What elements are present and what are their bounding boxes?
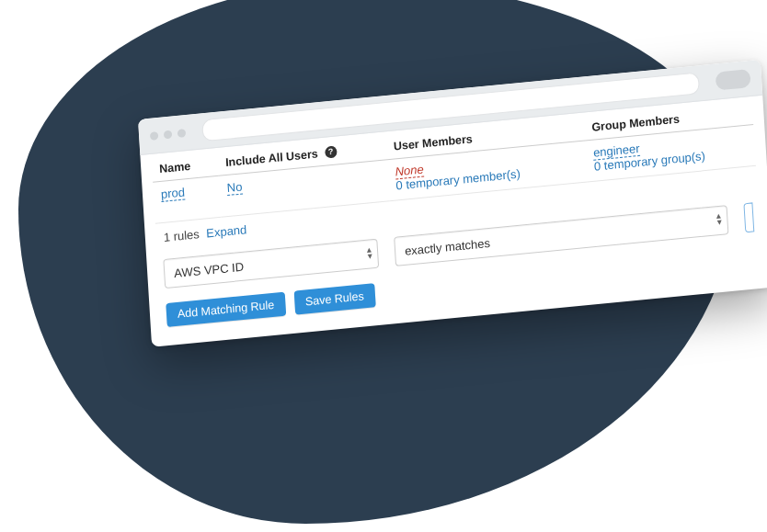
include-all-users-toggle[interactable]: No (226, 179, 243, 196)
rule-operator-value: exactly matches (405, 235, 491, 257)
save-rules-button[interactable]: Save Rules (293, 283, 375, 314)
rule-field-value: AWS VPC ID (174, 259, 245, 279)
add-matching-rule-button[interactable]: Add Matching Rule (166, 292, 286, 327)
rules-count-text: 1 rules (163, 227, 200, 244)
fullscreen-icon[interactable] (177, 129, 187, 138)
minimize-icon[interactable] (164, 130, 173, 139)
expand-rules-link[interactable]: Expand (206, 222, 247, 240)
chevron-updown-icon: ▴▾ (716, 212, 722, 225)
env-name-link[interactable]: prod (161, 185, 186, 201)
chevron-updown-icon: ▴▾ (367, 245, 372, 258)
close-icon[interactable] (150, 130, 159, 140)
window-controls (150, 129, 186, 141)
rule-value-input-stub[interactable] (743, 202, 754, 232)
browser-action-button[interactable] (715, 69, 751, 91)
help-icon[interactable]: ? (325, 145, 338, 158)
